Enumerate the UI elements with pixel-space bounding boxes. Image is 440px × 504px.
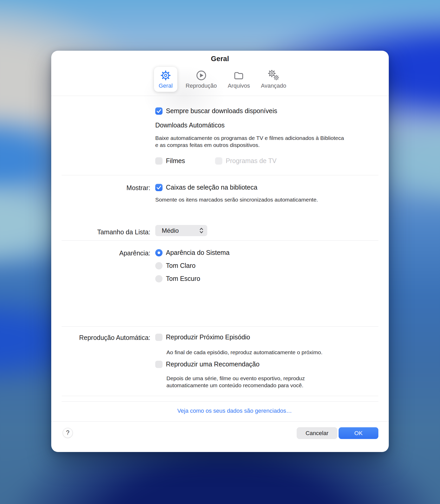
movies-checkbox[interactable] [155, 157, 163, 165]
library-checkboxes-checkbox[interactable] [155, 184, 163, 191]
chevron-up-down-icon [199, 227, 204, 234]
auto-downloads-description: Baixe automaticamente os programas de TV… [155, 134, 345, 148]
tab-label: Reprodução [186, 82, 217, 89]
recommendation-description: Depois de uma série, filme ou evento esp… [166, 375, 333, 389]
tab-reproducao[interactable]: Reprodução [183, 67, 219, 92]
auto-downloads-title: Downloads Automáticos [155, 121, 225, 129]
gears-icon [268, 70, 279, 81]
next-episode-label: Reproduzir Próximo Episódio [166, 333, 250, 341]
always-check-downloads-label: Sempre buscar downloads disponíveis [166, 107, 277, 115]
appearance-section-label: Aparência: [51, 249, 150, 257]
data-management-link[interactable]: Veja como os seus dados são gerenciados… [157, 408, 313, 414]
preferences-dialog: Geral Geral Reprodução Arquivos Avançado [51, 51, 389, 452]
library-checkboxes-label: Caixas de seleção na biblioteca [166, 184, 257, 191]
appearance-light-label: Tom Claro [166, 262, 196, 269]
appearance-light-radio[interactable] [155, 262, 163, 269]
help-button[interactable]: ? [63, 428, 73, 438]
appearance-system-label: Aparência do Sistema [166, 249, 230, 256]
tab-label: Avançado [261, 82, 286, 89]
checkmark-icon [155, 184, 163, 191]
question-mark-icon: ? [66, 429, 69, 436]
section-divider [62, 401, 378, 402]
tv-shows-label: Programas de TV [226, 157, 276, 165]
list-size-label: Tamanho da Lista: [51, 228, 150, 236]
section-divider [62, 175, 378, 175]
folder-icon [233, 70, 244, 81]
always-check-downloads-checkbox[interactable] [155, 107, 163, 115]
checkmark-icon [155, 107, 163, 115]
gear-icon [160, 70, 171, 81]
window-title: Geral [51, 55, 389, 63]
tab-arquivos[interactable]: Arquivos [225, 67, 253, 92]
tab-avancado[interactable]: Avançado [258, 67, 289, 92]
appearance-system-radio[interactable] [155, 249, 163, 256]
library-checkboxes-description: Somente os itens marcados serão sincroni… [155, 196, 353, 203]
list-size-value: Médio [155, 227, 179, 234]
toolbar-divider [51, 96, 389, 96]
movies-label: Filmes [166, 157, 185, 165]
tv-shows-checkbox [215, 157, 222, 165]
next-episode-description: Ao final de cada episódio, reproduz auto… [166, 349, 369, 356]
ok-button[interactable]: OK [339, 427, 378, 439]
autoplay-section-label: Reprodução Automática: [51, 334, 150, 341]
preferences-toolbar: Geral Reprodução Arquivos Avançado [154, 67, 289, 92]
tab-geral[interactable]: Geral [154, 67, 177, 92]
next-episode-checkbox[interactable] [155, 334, 163, 341]
tab-label: Arquivos [228, 82, 250, 89]
section-divider [62, 326, 378, 327]
recommendation-label: Reproduzir uma Recomendação [166, 360, 260, 368]
section-divider [62, 240, 378, 241]
recommendation-checkbox[interactable] [155, 361, 163, 368]
footer-divider [51, 421, 389, 422]
cancel-button[interactable]: Cancelar [297, 427, 337, 439]
list-size-dropdown[interactable]: Médio [155, 225, 207, 236]
appearance-dark-radio[interactable] [155, 275, 163, 282]
play-circle-icon [196, 70, 207, 81]
show-section-label: Mostrar: [51, 184, 150, 192]
appearance-dark-label: Tom Escuro [166, 275, 200, 282]
tab-label: Geral [159, 82, 173, 89]
section-divider [62, 396, 378, 396]
